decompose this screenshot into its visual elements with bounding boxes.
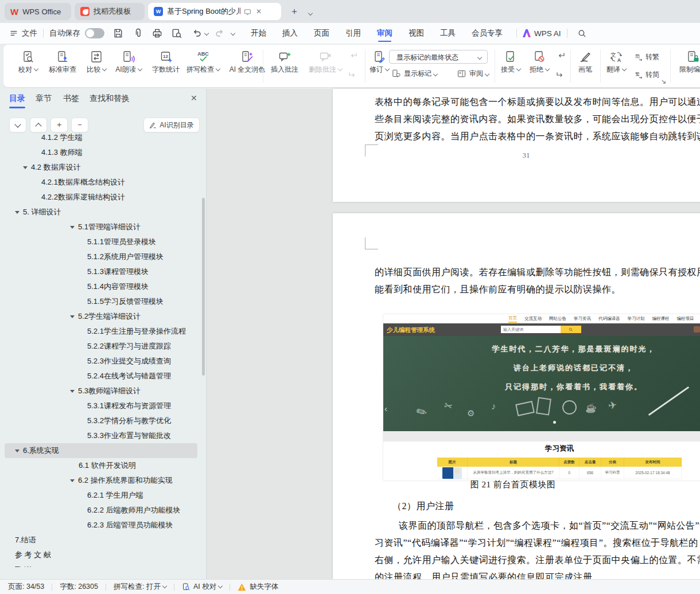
autosave-toggle[interactable]	[85, 28, 104, 38]
print-icon[interactable]	[151, 28, 163, 39]
toc-item[interactable]: 5.2.4在线考试与错题管理	[0, 369, 202, 384]
undo-button[interactable]	[191, 28, 208, 39]
ai-polish-button[interactable]: AI 全文润色	[223, 50, 272, 75]
site-nav-compiler[interactable]: 代码编译器	[598, 316, 620, 322]
toc-item[interactable]: 4.1.3 教师端	[0, 145, 202, 160]
toc-item[interactable]: 5.2学生端详细设计	[0, 309, 202, 324]
new-tab-button[interactable]: ＋	[290, 6, 299, 17]
next-comment-icon[interactable]	[348, 70, 358, 80]
toc-item[interactable]: 4.2.2数据库逻辑结构设计	[0, 190, 202, 205]
toc-expand-arrow-icon[interactable]	[15, 211, 20, 214]
show-markup-button[interactable]: 显示标记	[391, 69, 437, 79]
toc-item[interactable]: 5.2.3作业提交与成绩查询	[0, 354, 202, 369]
print-preview-icon[interactable]	[171, 28, 182, 39]
tab-list-dropdown-icon[interactable]	[306, 7, 312, 19]
close-sidebar-icon[interactable]: ✕	[190, 93, 197, 103]
review-pane-button[interactable]: 审阅	[457, 69, 489, 79]
site-nav-forum[interactable]: 交流互动	[524, 316, 542, 322]
tab-reference[interactable]: 引用	[337, 24, 369, 43]
document-page-1[interactable]: 表格中的每条记录可能包含一个标题或摘要以及发布时间等信息。用户可以通过点击这 些…	[333, 89, 700, 202]
more-actions-dropdown-icon[interactable]	[231, 31, 235, 36]
site-nav-plan[interactable]: 学习计划	[628, 316, 645, 322]
previous-change-icon[interactable]	[555, 50, 566, 61]
save-icon[interactable]	[112, 28, 124, 39]
toc-expand-arrow-icon[interactable]	[70, 226, 75, 229]
toc-expand-arrow-icon[interactable]	[70, 479, 75, 482]
tab-tools[interactable]: 工具	[432, 24, 464, 43]
page-indicator[interactable]: 页面: 34/53	[8, 582, 44, 592]
site-avatar[interactable]	[694, 326, 700, 333]
standard-review-button[interactable]: 标准审查	[45, 50, 80, 75]
spellcheck-status[interactable]: 拼写检查: 打开	[114, 582, 166, 592]
toc-item[interactable]: 5.1.5学习反馈管理模块	[0, 294, 202, 309]
site-nav-courses[interactable]: 编程课程	[652, 316, 670, 322]
proofread-button[interactable]: 校对	[15, 50, 41, 75]
spell-check-button[interactable]: ABC 拼写检查	[185, 50, 221, 75]
tab-view[interactable]: 视图	[400, 24, 432, 43]
toc-item[interactable]: 4.1.2 学生端	[0, 130, 202, 145]
site-nav-news[interactable]: 学习资讯	[574, 316, 591, 322]
toc-item[interactable]: 6.1 软件开发说明	[0, 458, 202, 473]
carousel-prev-icon[interactable]: ‹	[384, 404, 387, 413]
tab-page[interactable]: 页面	[306, 24, 337, 43]
wps-ai-button[interactable]: WPS AI	[523, 29, 561, 38]
restrict-edit-button[interactable]: 限制编辑	[675, 50, 700, 75]
toc-item[interactable]: 5.1.2系统用户管理模块	[0, 249, 202, 264]
site-search-input[interactable]	[501, 326, 561, 333]
toc-item[interactable]: 致 谢	[0, 562, 202, 567]
translate-button[interactable]: 文A 翻译	[602, 50, 630, 75]
group-expand-icon[interactable]	[661, 79, 666, 84]
toc-item[interactable]: 7.结语	[0, 533, 202, 548]
reject-button[interactable]: 拒绝	[527, 50, 552, 75]
export-icon[interactable]	[132, 28, 143, 39]
delete-comment-button[interactable]: 删除批注	[305, 50, 345, 75]
toc-item[interactable]: 6.系统实现	[5, 443, 197, 458]
screen-mode-icon[interactable]	[244, 8, 251, 15]
toc-item[interactable]: 6.2.1 学生用户端	[0, 488, 202, 503]
close-tab-icon[interactable]: ✕	[256, 7, 262, 15]
carousel-dot-indicator[interactable]	[553, 421, 556, 424]
to-simplified-button[interactable]: 繁 转简	[633, 70, 659, 80]
toc-item[interactable]: 5.3.3作业布置与智能批改	[0, 428, 202, 443]
track-changes-button[interactable]: 修订	[370, 50, 389, 75]
tab-member[interactable]: 会员专享	[464, 24, 511, 43]
insert-comment-button[interactable]: 插入批注	[267, 50, 302, 75]
toc-item[interactable]: 5.1管理端详细设计	[0, 220, 202, 235]
toc-expand-arrow-icon[interactable]	[23, 166, 28, 169]
toc-item[interactable]: 5.2.2课程学习与进度跟踪	[0, 339, 202, 354]
compare-button[interactable]: 比较	[83, 50, 110, 75]
word-count-button[interactable]: 12 字数统计	[148, 50, 184, 75]
next-change-icon[interactable]	[555, 70, 566, 80]
toc-item[interactable]: 4.2 数据库设计	[0, 160, 202, 175]
to-traditional-button[interactable]: 简 转繁	[633, 52, 659, 62]
toc-expand-arrow-icon[interactable]	[70, 390, 75, 393]
document-page-2[interactable]: 的详细页面供用户阅读。若存在编辑或删除等功能性按钮，则需确保只有授权用户才 能看…	[333, 213, 700, 579]
tab-review[interactable]: 审阅	[369, 24, 400, 43]
sidebar-tab-contents[interactable]: 目录	[9, 93, 25, 104]
site-search-button[interactable]	[561, 326, 581, 333]
toc-item[interactable]: 6.2 操作系统界面和功能实现	[0, 473, 202, 488]
toc-item[interactable]: 5.3.1课程发布与资源管理	[0, 398, 202, 413]
site-nav-home[interactable]: 首页	[508, 315, 517, 323]
redo-button[interactable]	[214, 28, 225, 39]
toc-item[interactable]: 5.3教师端详细设计	[0, 384, 202, 398]
tab-wps-home[interactable]: W WPS Office	[5, 3, 71, 20]
toc-item[interactable]: 5.3.2学情分析与教学优化	[0, 413, 202, 428]
tab-docer[interactable]: 找稻壳模板	[75, 3, 145, 20]
toc-expand-arrow-icon[interactable]	[70, 315, 75, 318]
toc-item[interactable]: 参 考 文 献	[0, 548, 202, 562]
previous-comment-icon[interactable]	[348, 50, 358, 61]
site-nav-announcement[interactable]: 网站公告	[549, 316, 566, 322]
toc-item[interactable]: 5.1.3课程管理模块	[0, 264, 202, 279]
sidebar-tab-find-replace[interactable]: 查找和替换	[90, 93, 130, 104]
brush-button[interactable]: 画笔	[574, 50, 597, 75]
ai-read-button[interactable]: AI朗读	[111, 50, 146, 75]
tab-home[interactable]: 开始	[243, 24, 274, 43]
tab-insert[interactable]: 插入	[274, 24, 306, 43]
sidebar-scrollbar[interactable]	[202, 198, 205, 376]
site-nav-projects[interactable]: 编程项目	[677, 316, 694, 322]
toc-item[interactable]: 5.2.1学生注册与登录操作流程	[0, 324, 202, 339]
toc-item[interactable]: 6.2.2 后端教师用户功能模块	[0, 503, 202, 518]
sidebar-tab-chapters[interactable]: 章节	[36, 93, 52, 104]
toc-item[interactable]: 5. 详细设计	[0, 205, 202, 220]
